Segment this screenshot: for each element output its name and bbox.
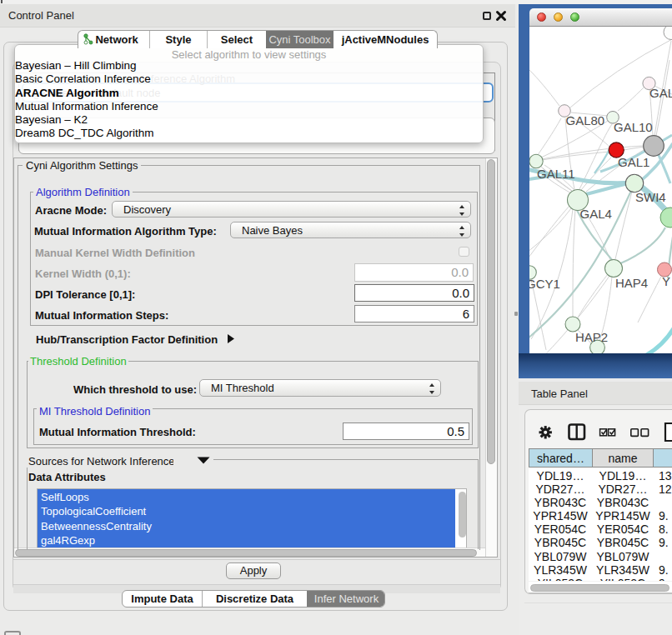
svg-text:GAL80: GAL80 [566, 113, 605, 128]
svg-text:GAL7: GAL7 [649, 86, 672, 100]
svg-text:GAL10: GAL10 [614, 120, 653, 134]
svg-text:GAL4: GAL4 [580, 207, 612, 221]
svg-text:Y: Y [662, 274, 670, 288]
svg-text:HAP4: HAP4 [615, 276, 648, 290]
svg-text:GAL1: GAL1 [618, 155, 649, 169]
svg-text:SWI4: SWI4 [635, 190, 666, 204]
svg-text:GCY1: GCY1 [529, 277, 560, 291]
svg-text:HAP2: HAP2 [575, 330, 608, 344]
svg-text:GAL11: GAL11 [537, 167, 575, 181]
